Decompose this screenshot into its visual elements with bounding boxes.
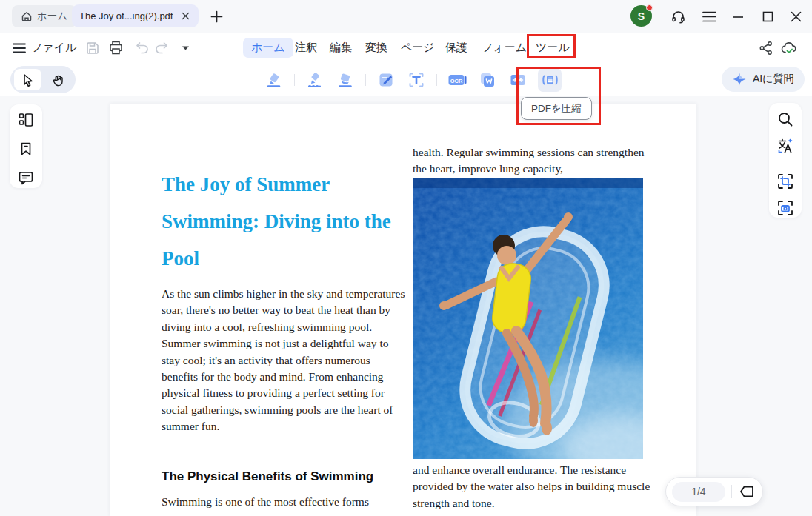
document-title: The Joy of Summer Swimming: Diving into … [162, 166, 417, 277]
watermark-tool-button[interactable] [477, 70, 498, 90]
highlight-tool-button[interactable] [264, 70, 284, 90]
undo-icon [134, 41, 150, 55]
pdf-page[interactable]: The Joy of Summer Swimming: Diving into … [110, 104, 696, 516]
tab-convert-label: 変換 [365, 41, 387, 55]
thumbnail-panel-button[interactable] [16, 110, 36, 130]
tab-annotate[interactable]: 注釈 [292, 38, 320, 58]
share-button[interactable] [759, 33, 773, 63]
print-icon [108, 40, 124, 56]
comment-icon [18, 170, 34, 186]
divider [294, 74, 295, 86]
right-column-top-text: health. Regular swimming sessions can st… [413, 144, 651, 178]
merge-pdf-button[interactable] [508, 70, 528, 90]
page-indicator[interactable]: 1/4 [672, 482, 725, 502]
search-button[interactable] [776, 110, 795, 128]
tab-tools-label: ツール [536, 41, 570, 55]
tab-home-label: ホーム [251, 41, 285, 55]
underline-tool-button[interactable] [304, 70, 325, 90]
tab-tools[interactable]: ツール [533, 38, 573, 58]
hand-tool-button[interactable] [44, 69, 72, 90]
select-tool-button[interactable] [14, 69, 41, 90]
close-icon [791, 11, 802, 22]
tab-convert[interactable]: 変換 [362, 38, 390, 58]
tab-protect[interactable]: 保護 [442, 38, 470, 58]
comment-panel-button[interactable] [16, 168, 36, 187]
document-tab[interactable]: The Joy of...ing(2).pdf [72, 4, 199, 27]
tab-form[interactable]: フォーム [479, 38, 530, 58]
compress-pdf-button[interactable] [538, 68, 562, 92]
thumbnails-icon [18, 112, 34, 128]
quick-tools-dropdown[interactable] [182, 33, 190, 63]
support-button[interactable] [669, 7, 687, 25]
avatar-initial: S [638, 10, 645, 22]
home-icon [21, 10, 33, 22]
intro-paragraph: As the sun climbs higher in the sky and … [162, 286, 407, 435]
quick-tools-row: OCR [264, 68, 562, 92]
highlighter-icon [265, 71, 283, 89]
crop-icon [776, 172, 794, 190]
ask-ai-button[interactable]: AIに質問 [722, 67, 805, 92]
edit-text-button[interactable] [376, 70, 396, 90]
home-button-label: ホーム [37, 10, 67, 23]
redo-button[interactable] [154, 33, 170, 63]
tab-page-label: ページ [401, 41, 435, 55]
save-icon [85, 41, 100, 56]
cloud-check-icon [781, 41, 798, 56]
cursor-icon [21, 73, 34, 87]
close-window-button[interactable] [787, 7, 805, 25]
back-button[interactable] [738, 482, 756, 501]
merge-icon [509, 71, 527, 89]
save-button[interactable] [85, 33, 100, 63]
add-text-icon [407, 71, 425, 89]
menu-bar: ファイル ホーム 注釈 編集 変換 ページ 保護 フォーム ツール [0, 33, 812, 63]
plus-icon [210, 10, 223, 23]
file-menu-icon [13, 43, 26, 53]
tab-form-label: フォーム [482, 41, 527, 55]
hamburger-icon [702, 11, 716, 22]
minimize-icon [733, 11, 744, 22]
crop-button[interactable] [776, 172, 795, 190]
compress-tooltip: PDFを圧縮 [521, 97, 592, 120]
minimize-button[interactable] [729, 7, 747, 25]
app-menu-button[interactable] [700, 7, 718, 25]
ai-sparkle-icon [732, 72, 747, 87]
add-text-button[interactable] [406, 70, 427, 90]
page-navigator: 1/4 [665, 477, 763, 506]
tab-home[interactable]: ホーム [243, 38, 293, 58]
svg-text:OCR: OCR [450, 78, 463, 84]
translate-button[interactable] [776, 136, 795, 155]
ocr-tool-button[interactable]: OCR [447, 70, 467, 90]
screenshot-icon [776, 199, 794, 217]
right-column-bottom-text: and enhance overall endurance. The resis… [413, 462, 651, 512]
user-avatar[interactable]: S [630, 5, 652, 27]
left-sidebar [10, 104, 42, 188]
bookmark-panel-button[interactable] [16, 139, 36, 158]
new-tab-button[interactable] [207, 7, 225, 25]
screenshot-button[interactable] [776, 199, 795, 218]
tab-edit[interactable]: 編集 [327, 38, 355, 58]
chevron-down-icon [182, 45, 190, 51]
headset-icon [670, 9, 686, 24]
divider [436, 74, 437, 86]
bookmark-icon [19, 141, 33, 157]
tab-page[interactable]: ページ [398, 38, 438, 58]
cloud-sync-button[interactable] [781, 33, 798, 63]
undo-button[interactable] [134, 33, 150, 63]
home-button[interactable]: ホーム [12, 5, 76, 27]
maximize-button[interactable] [759, 7, 776, 25]
file-menu[interactable]: ファイル [13, 33, 76, 63]
tab-protect-label: 保護 [445, 41, 467, 55]
eraser-tool-button[interactable] [335, 70, 356, 90]
tool-ribbon: OCR AIに質問 [0, 63, 812, 96]
eraser-icon [336, 71, 354, 89]
page-indicator-value: 1/4 [691, 486, 705, 497]
maximize-icon [762, 11, 773, 22]
print-button[interactable] [108, 33, 124, 63]
notification-dot [646, 4, 653, 11]
document-area: The Joy of Summer Swimming: Diving into … [0, 96, 812, 516]
divider [731, 485, 732, 498]
tab-close-icon[interactable] [179, 10, 191, 22]
search-icon [777, 111, 793, 127]
share-icon [759, 41, 773, 56]
section-heading: The Physical Benefits of Swimming [162, 469, 373, 484]
